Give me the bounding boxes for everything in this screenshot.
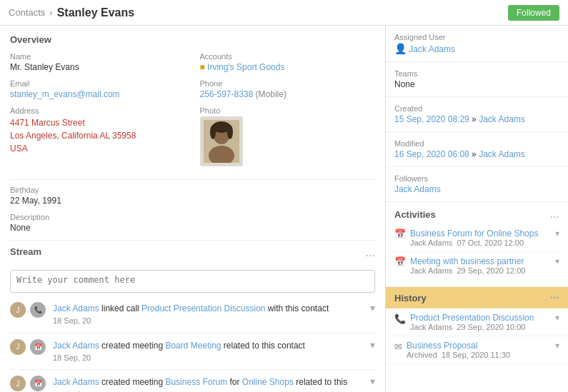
description-field: Description None [10,213,375,233]
history-item-left: ✉ Business Proposal Archived 18 Sep, 202… [394,341,510,359]
stream-item-date: 18 Sep, 20 [53,352,366,364]
activity-item: 📅 Meeting with business partner Jack Ada… [394,252,559,279]
stream-item-menu-icon[interactable]: ▾ [370,376,375,387]
history-item-meta: Archived 18 Sep, 2020 11:30 [407,351,510,359]
birthday-field: Birthday 22 May, 1991 [10,186,375,206]
description-value: None [10,223,375,233]
phone-field: Phone 256-597-8338 (Mobile) [200,79,376,99]
created-value: 15 Sep, 2020 08:29 » Jack Adams [394,114,559,124]
meeting-icon: 📅 [30,376,46,391]
history-item-title[interactable]: Business Proposal [407,341,510,351]
modified-section: Modified 16 Sep, 2020 06:08 » Jack Adams [386,132,568,167]
comment-input[interactable] [10,270,375,293]
top-bar: Contacts › Stanley Evans Followed [0,0,568,26]
stream-item-text: Jack Adams linked call Product Presentat… [53,302,366,327]
right-panel: Assigned User 👤 Jack Adams Teams None Cr… [386,26,568,392]
activity-meta: Jack Adams 29 Sep, 2020 12:00 [410,266,555,275]
email-value[interactable]: stanley_m_evans@mail.com [10,89,186,99]
activity-dropdown-icon[interactable]: ▾ [555,256,559,266]
svg-point-4 [210,125,216,139]
history-title: History [394,293,427,303]
activities-title: Activities [394,209,436,220]
activities-header: Activities ··· [394,209,559,224]
photo-field: Photo [200,106,376,166]
history-item-dropdown-icon[interactable]: ▾ [555,341,559,351]
history-item-title[interactable]: Product Presentation Discussion [410,313,534,323]
history-item-dropdown-icon[interactable]: ▾ [555,313,559,323]
stream-menu-icon[interactable]: ··· [366,249,375,262]
followers-label: Followers [394,174,559,183]
name-label: Name [10,52,186,61]
assigned-user-label: Assigned User [394,33,559,41]
stream-header: Stream ··· [10,246,375,264]
phone-icon: 📞 [394,313,406,324]
birthday-value: 22 May, 1991 [10,196,375,206]
teams-value: None [394,79,559,89]
followers-value[interactable]: Jack Adams [394,184,559,194]
teams-label: Teams [394,69,559,78]
history-header: History ··· [386,287,568,308]
history-section: History ··· 📞 Product Presentation Discu… [386,287,568,364]
avatar: J [10,376,26,391]
birthday-label: Birthday [10,186,375,194]
stream-item-text: Jack Adams created meeting Business Foru… [53,376,366,392]
breadcrumb: Contacts › Stanley Evans [9,6,134,19]
call-icon: 📞 [30,302,46,318]
created-label: Created [394,104,559,113]
followers-section: Followers Jack Adams [386,167,568,202]
accounts-label: Accounts [200,52,376,61]
fields-grid: Name Mr. Stanley Evans Email stanley_m_e… [10,52,375,174]
created-section: Created 15 Sep, 2020 08:29 » Jack Adams [386,97,568,132]
teams-section: Teams None [386,62,568,97]
modified-value: 16 Sep, 2020 06:08 » Jack Adams [394,149,559,159]
breadcrumb-root[interactable]: Contacts [9,7,45,18]
email-label: Email [10,79,186,88]
history-menu-icon[interactable]: ··· [550,291,559,304]
activity-title[interactable]: Meeting with business partner [410,256,555,266]
history-item-left: 📞 Product Presentation Discussion Jack A… [394,313,534,331]
stream-section: Stream ··· J 📞 Jack Adams linked call Pr… [10,246,375,392]
assigned-user-section: Assigned User 👤 Jack Adams [386,26,568,62]
meeting-icon: 📅 [30,339,46,355]
follow-button[interactable]: Followed [508,5,559,21]
stream-item-menu-icon[interactable]: ▾ [370,302,375,313]
email-field: Email stanley_m_evans@mail.com [10,79,186,99]
address-line2: Los Angeles, California AL 35958 [10,131,136,141]
history-item-content: Business Proposal Archived 18 Sep, 2020 … [407,341,510,359]
assigned-user-value: 👤 Jack Adams [394,43,559,54]
photo-placeholder [200,116,243,166]
page-title: Stanley Evans [57,6,135,19]
accounts-link[interactable]: Irving's Sport Goods [207,62,284,72]
activities-section: Activities ··· 📅 Business Forum for Onli… [386,202,568,287]
phone-value: 256-597-8338 (Mobile) [200,89,376,99]
address-value: 4471 Marcus Street Los Angeles, Californ… [10,116,186,155]
activities-list: 📅 Business Forum for Online Shops Jack A… [394,224,559,279]
description-label: Description [10,213,375,221]
stream-items: J 📞 Jack Adams linked call Product Prese… [10,302,375,392]
address-field: Address 4471 Marcus Street Los Angeles, … [10,106,186,155]
stream-item: J 📞 Jack Adams linked call Product Prese… [10,302,375,333]
email-icon: ✉ [394,341,402,352]
address-label: Address [10,106,186,115]
accounts-field: Accounts ■ Irving's Sport Goods [200,52,376,72]
stream-item: J 📅 Jack Adams created meeting Business … [10,376,375,392]
activity-dropdown-icon[interactable]: ▾ [555,228,559,238]
stream-item-menu-icon[interactable]: ▾ [370,339,375,351]
activity-item: 📅 Business Forum for Online Shops Jack A… [394,224,559,252]
avatar: J [10,302,26,318]
right-fields: Accounts ■ Irving's Sport Goods Phone 25… [200,52,376,174]
overview-title: Overview [10,34,375,45]
activities-menu-icon[interactable]: ··· [550,211,559,223]
name-field: Name Mr. Stanley Evans [10,52,186,72]
calendar-icon: 📅 [394,256,406,268]
history-item-meta: Jack Adams 29 Sep, 2020 10:00 [410,323,534,331]
activity-content: Business Forum for Online Shops Jack Ada… [410,228,555,247]
main-content: Overview Name Mr. Stanley Evans Email st… [0,26,568,392]
avatar: J [10,339,26,355]
accounts-value: ■ Irving's Sport Goods [200,62,376,72]
phone-label: Phone [200,79,376,88]
calendar-icon: 📅 [394,228,406,240]
photo-label: Photo [200,106,376,115]
activity-title[interactable]: Business Forum for Online Shops [410,228,555,238]
breadcrumb-separator: › [49,7,52,18]
